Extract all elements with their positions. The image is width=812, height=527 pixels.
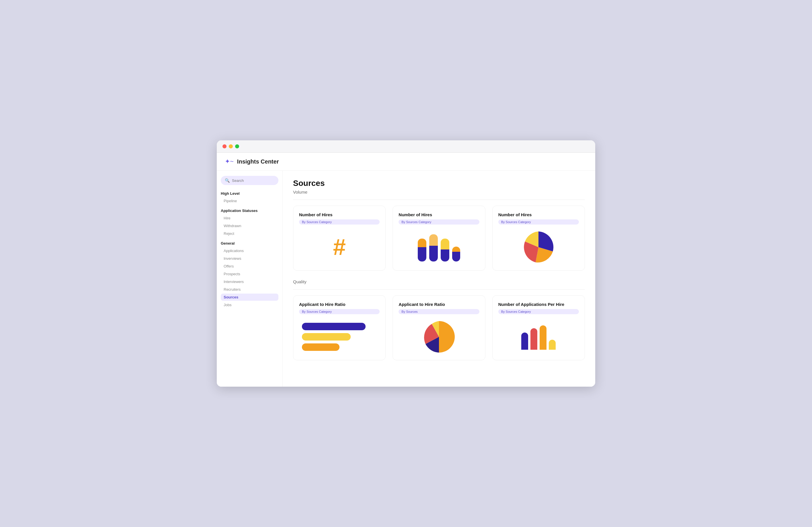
card-4-title: Applicant to Hire Ratio <box>299 302 380 307</box>
vbar-4 <box>549 340 556 350</box>
sidebar-item-sources[interactable]: Sources <box>221 293 278 301</box>
card-5-badge: By Sources <box>398 309 479 314</box>
card-2-title: Number of Hires <box>398 212 479 217</box>
card-3-title: Number of Hires <box>498 212 579 217</box>
sidebar-item-inverviews[interactable]: Inverviews <box>221 255 278 262</box>
sidebar-item-recruiters[interactable]: Recruiters <box>221 286 278 293</box>
card-5-title: Applicant to Hire Ratio <box>398 302 479 307</box>
bar-group-2 <box>429 234 438 261</box>
grouped-bar-chart <box>418 233 460 261</box>
card-5-visual <box>398 318 479 356</box>
volume-cards-grid: Number of Hires By Sources Category # Nu… <box>293 206 585 271</box>
sidebar-section-general: General <box>221 241 278 245</box>
vbar-1 <box>521 332 528 350</box>
card-ratio-hbar: Applicant to Hire Ratio By Sources Categ… <box>293 295 386 360</box>
hash-icon: # <box>333 236 346 259</box>
sidebar-section-app-statuses: Application Statuses <box>221 209 278 213</box>
vbar-3 <box>540 325 547 350</box>
hbar-1 <box>302 323 366 330</box>
sidebar-item-interviewers[interactable]: Interviewers <box>221 278 278 285</box>
volume-label: Volume <box>293 190 585 195</box>
sidebar-item-hire[interactable]: Hire <box>221 214 278 222</box>
card-2-visual <box>398 228 479 266</box>
hbar-3 <box>302 343 339 351</box>
app-header: ✦~ Insights Center <box>217 153 595 171</box>
card-2-badge: By Sources Category <box>398 220 479 225</box>
card-ratio-pie: Applicant to Hire Ratio By Sources <box>393 295 485 360</box>
sidebar-item-reject[interactable]: Reject <box>221 230 278 237</box>
search-icon: 🔍 <box>225 178 230 183</box>
sidebar-item-withdrawn[interactable]: Withdrawn <box>221 222 278 229</box>
half-pie-svg <box>420 318 458 356</box>
sidebar-section-high-level: High Level <box>221 191 278 196</box>
card-1-visual: # <box>299 228 380 266</box>
titlebar <box>217 140 595 153</box>
card-hires-pie: Number of Hires By Sources Category <box>492 206 585 271</box>
hbar-chart <box>299 323 380 351</box>
sidebar-item-applications[interactable]: Applications <box>221 247 278 254</box>
close-btn[interactable] <box>222 144 227 148</box>
sidebar: 🔍 High Level Pipeline Application Status… <box>217 171 283 387</box>
vbar-chart <box>521 324 556 350</box>
minimize-btn[interactable] <box>229 144 233 148</box>
maximize-btn[interactable] <box>235 144 239 148</box>
quality-cards-grid: Applicant to Hire Ratio By Sources Categ… <box>293 295 585 360</box>
sidebar-item-jobs[interactable]: Jobs <box>221 301 278 308</box>
quality-label: Quality <box>293 279 585 284</box>
hbar-2 <box>302 333 351 341</box>
sidebar-item-offers[interactable]: Offers <box>221 262 278 270</box>
vbar-2 <box>531 328 537 350</box>
app-logo-icon: ✦~ <box>225 158 234 165</box>
card-apps-per-hire: Number of Applications Per Hire By Sourc… <box>492 295 585 360</box>
card-hires-bar: Number of Hires By Sources Category <box>393 206 485 271</box>
card-3-badge: By Sources Category <box>498 220 579 225</box>
search-input[interactable] <box>232 178 274 183</box>
bar-group-1 <box>418 239 426 261</box>
card-1-badge: By Sources Category <box>299 220 380 225</box>
page-title: Sources <box>293 179 585 188</box>
card-3-visual <box>498 228 579 266</box>
card-4-badge: By Sources Category <box>299 309 380 314</box>
search-box[interactable]: 🔍 <box>221 176 278 185</box>
card-6-title: Number of Applications Per Hire <box>498 302 579 307</box>
sidebar-item-prospects[interactable]: Prospects <box>221 270 278 277</box>
main-content: Sources Volume Number of Hires By Source… <box>283 171 595 387</box>
bar-group-3 <box>441 239 449 261</box>
sidebar-item-pipeline[interactable]: Pipeline <box>221 197 278 205</box>
card-4-visual <box>299 318 380 356</box>
card-1-title: Number of Hires <box>299 212 380 217</box>
card-6-badge: By Sources Category <box>498 309 579 314</box>
card-hires-number: Number of Hires By Sources Category # <box>293 206 386 271</box>
pie-chart-svg <box>520 228 557 266</box>
app-title: Insights Center <box>237 159 279 165</box>
bar-group-4 <box>452 246 460 261</box>
card-6-visual <box>498 318 579 356</box>
